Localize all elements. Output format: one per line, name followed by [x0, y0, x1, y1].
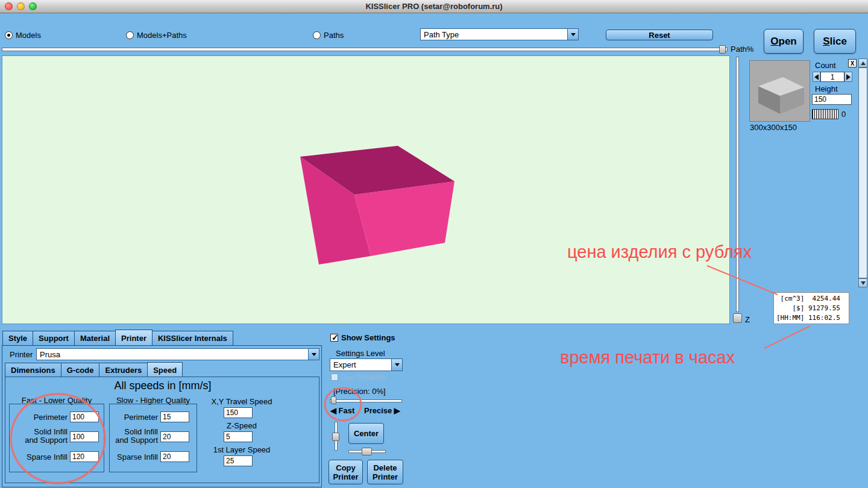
time-annotation-line: [764, 326, 810, 348]
tab-style-label: Style: [8, 334, 27, 343]
subtab-gcode-label: G-code: [67, 366, 94, 375]
tab-support-label: Support: [39, 334, 69, 343]
path-type-dropdown[interactable]: Path Type: [420, 28, 579, 40]
stats-time: [HH:MM] 116:02.5: [776, 313, 846, 323]
subtab-dimensions-label: Dimensions: [11, 366, 55, 375]
count-label: Count: [815, 61, 836, 70]
horizontal-mini-slider-thumb[interactable]: [362, 448, 372, 455]
tab-support[interactable]: Support: [33, 331, 75, 346]
price-annotation-text: цена изделия с рублях: [567, 242, 752, 262]
travel-speed-input[interactable]: [224, 407, 253, 418]
slow-perimeter-label: Perimeter: [110, 413, 158, 422]
slice-button[interactable]: Slice: [814, 29, 856, 54]
fast-solid-infill-input[interactable]: [70, 431, 99, 442]
first-layer-speed-input[interactable]: [224, 455, 253, 466]
vertical-mini-slider-thumb[interactable]: [332, 433, 339, 441]
stats-volume: [cm^3] 4254.44: [776, 294, 846, 304]
printer-select-label: Printer: [10, 350, 33, 359]
chevron-down-icon: [571, 33, 576, 36]
chevron-down-icon: [395, 363, 400, 366]
radio-models-paths[interactable]: [126, 31, 134, 39]
use-defaults-checkbox[interactable]: [331, 374, 338, 381]
copy-printer-button[interactable]: Copy Printer: [329, 460, 363, 484]
model-scrollbar-up-button[interactable]: [858, 58, 867, 67]
slow-perimeter-input[interactable]: [160, 411, 189, 422]
precision-label: [Precision: 0%]: [333, 387, 386, 396]
bed-dimensions-label: 300x300x150: [750, 123, 797, 132]
radio-models[interactable]: [5, 31, 13, 39]
window-title: KISSlicer PRO (setar@roboforum.ru): [0, 0, 868, 13]
model-scrollbar-down-button[interactable]: [858, 278, 867, 287]
subtab-speed[interactable]: Speed: [147, 362, 183, 377]
copy-printer-button-label: Copy Printer: [333, 463, 359, 481]
tab-style[interactable]: Style: [2, 331, 33, 346]
use-defaults-label: Use Defaults: [341, 373, 385, 382]
fast-group-box: Perimeter Solid Infill and Support Spars…: [9, 404, 104, 472]
path-percent-slider-track[interactable]: [2, 48, 728, 51]
precision-fast-label: ◀ Fast: [330, 406, 354, 415]
barcode-icon: [812, 109, 838, 119]
count-increment-button[interactable]: [844, 72, 852, 82]
model-thumbnail[interactable]: [749, 60, 810, 122]
fast-perimeter-input[interactable]: [70, 411, 99, 422]
model-close-button[interactable]: X: [848, 59, 857, 67]
z-slider-thumb[interactable]: [733, 313, 742, 323]
reset-button[interactable]: Reset: [606, 30, 713, 40]
fast-sparse-infill-label: Sparse Infill: [10, 453, 68, 461]
height-label: Height: [815, 84, 838, 93]
precision-slider-thumb[interactable]: [331, 396, 336, 404]
subtab-dimensions[interactable]: Dimensions: [5, 363, 61, 377]
slow-sparse-infill-label: Sparse Infill: [110, 453, 158, 461]
stepper-right-icon: [846, 74, 851, 80]
vertical-mini-slider[interactable]: [332, 422, 339, 451]
precision-slider[interactable]: [330, 396, 403, 405]
extruder-count-value: 0: [841, 110, 846, 119]
slow-solid-infill-input[interactable]: [160, 431, 189, 442]
printer-dropdown[interactable]: Prusa: [36, 348, 319, 360]
settings-level-dropdown[interactable]: Expert: [330, 358, 403, 371]
path-percent-slider[interactable]: [2, 45, 728, 54]
horizontal-mini-slider[interactable]: [348, 448, 386, 455]
delete-printer-button[interactable]: Delete Printer: [367, 460, 403, 484]
model-viewport[interactable]: [2, 55, 730, 324]
main-tabs: Style Support Material Printer KISSlicer…: [2, 330, 233, 346]
printer-subtabs: Dimensions G-code Extruders Speed: [5, 362, 183, 377]
subtab-extruders[interactable]: Extruders: [99, 363, 148, 377]
show-settings-checkbox[interactable]: [330, 334, 338, 342]
open-button-label: Open: [770, 36, 796, 48]
subtab-speed-label: Speed: [153, 366, 177, 375]
path-percent-label: Path%: [731, 45, 753, 54]
tab-material[interactable]: Material: [74, 331, 116, 346]
chevron-down-icon: [312, 353, 316, 356]
z-slider-track[interactable]: [736, 57, 739, 312]
subtab-gcode[interactable]: G-code: [61, 363, 100, 377]
model-3d-box: [2, 56, 729, 324]
arrow-up-icon: [861, 61, 866, 65]
radio-paths[interactable]: [313, 31, 321, 39]
fast-sparse-infill-input[interactable]: [70, 451, 99, 462]
tab-printer[interactable]: Printer: [115, 330, 153, 346]
model-scrollbar-track[interactable]: [858, 67, 867, 278]
reset-button-label: Reset: [649, 31, 670, 40]
fast-perimeter-label: Perimeter: [10, 413, 68, 422]
tab-kisslicer-internals[interactable]: KISSlicer Internals: [152, 331, 233, 346]
center-button[interactable]: Center: [348, 423, 384, 444]
tab-kisslicer-internals-label: KISSlicer Internals: [158, 334, 227, 343]
path-type-dropdown-button[interactable]: [567, 29, 578, 40]
stats-cost: [$] 91279.55: [776, 304, 846, 313]
count-input[interactable]: [820, 72, 844, 82]
count-decrement-button[interactable]: [813, 72, 820, 82]
window-titlebar: KISSlicer PRO (setar@roboforum.ru): [0, 0, 868, 13]
tab-printer-label: Printer: [121, 334, 146, 343]
close-icon: X: [851, 60, 855, 67]
open-button[interactable]: Open: [764, 29, 804, 54]
height-input[interactable]: [812, 94, 852, 105]
delete-printer-button-label: Delete Printer: [373, 463, 398, 481]
settings-level-dropdown-button[interactable]: [391, 359, 402, 371]
z-speed-input[interactable]: [224, 431, 253, 442]
settings-level-value: Expert: [330, 359, 391, 371]
printer-dropdown-button[interactable]: [308, 349, 319, 360]
path-percent-slider-thumb[interactable]: [719, 45, 726, 54]
slow-sparse-infill-input[interactable]: [160, 451, 189, 462]
precision-slider-track[interactable]: [330, 399, 402, 402]
